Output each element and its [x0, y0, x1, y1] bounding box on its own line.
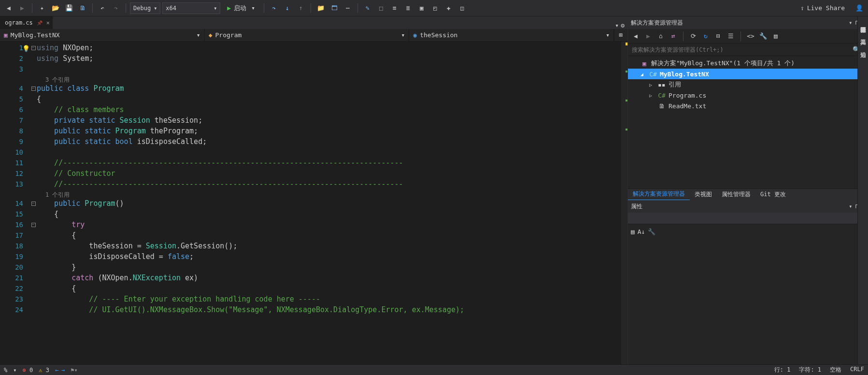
- tab-class-view[interactable]: 类视图: [690, 189, 717, 201]
- sidetab-toolbox[interactable]: 工具箱: [858, 32, 868, 38]
- next-icon[interactable]: →: [61, 367, 65, 374]
- tool-a-icon[interactable]: 📁: [315, 2, 327, 14]
- redo-icon[interactable]: ↷: [110, 2, 122, 14]
- tab-dropdown-icon[interactable]: ▾: [615, 22, 619, 29]
- tab-property-manager[interactable]: 属性管理器: [717, 189, 755, 201]
- tool-c-icon[interactable]: ⋯: [342, 2, 354, 14]
- solution-explorer-header: 解决方案资源管理器 ▾ ⊓ ✕: [628, 16, 868, 29]
- open-icon[interactable]: 📂: [50, 2, 61, 14]
- pin-icon[interactable]: 📌: [37, 20, 43, 26]
- tab-solution-explorer[interactable]: 解决方案资源管理器: [628, 189, 690, 201]
- prev-icon[interactable]: ←: [55, 367, 58, 374]
- start-button[interactable]: ▶启动▾: [222, 2, 260, 14]
- tool-j-icon[interactable]: ✚: [443, 2, 455, 14]
- status-line[interactable]: 行: 1: [774, 366, 791, 374]
- codelens[interactable]: 1 个引用: [37, 189, 621, 198]
- home-icon[interactable]: ⌂: [656, 31, 666, 41]
- fold-icon[interactable]: −: [31, 202, 36, 206]
- sidetab-notifications[interactable]: 通知: [858, 44, 868, 50]
- properties-icon[interactable]: ▤: [771, 31, 781, 41]
- nav-member[interactable]: ◉theSession▾: [409, 29, 614, 41]
- tree-references[interactable]: ▷▪▪引用: [628, 79, 868, 90]
- tree-file-readme[interactable]: 🗎ReadMe.txt: [628, 101, 868, 111]
- fwd-icon[interactable]: ▶: [643, 31, 653, 41]
- sidetab-server-explorer[interactable]: 服务器资源管理器: [858, 19, 868, 25]
- account-icon[interactable]: 👤: [854, 2, 865, 14]
- save-icon[interactable]: 💾: [63, 2, 75, 14]
- code-icon[interactable]: <>: [746, 31, 755, 41]
- tool-i-icon[interactable]: ◰: [429, 2, 441, 14]
- scroll-overview[interactable]: [621, 42, 627, 364]
- prop-wrench-icon[interactable]: 🔧: [648, 228, 655, 235]
- nav-back-icon[interactable]: ◀: [3, 2, 14, 14]
- step-over-icon[interactable]: ↷: [268, 2, 280, 14]
- tool-e-icon[interactable]: ⬚: [375, 2, 387, 14]
- solution-tree[interactable]: ▣解决方案"MyBlog.TestNX"(1 个项目/共 1 个) ◢C#MyB…: [628, 56, 868, 188]
- back-icon[interactable]: ◀: [631, 31, 640, 41]
- tree-project[interactable]: ◢C#MyBlog.TestNX: [628, 69, 868, 79]
- split-icon[interactable]: ⊞: [614, 29, 627, 41]
- nav-project[interactable]: ▣MyBlog.TestNX▾: [0, 29, 205, 41]
- alpha-icon[interactable]: A↓: [638, 228, 645, 235]
- share-icon: ⇪: [800, 4, 804, 12]
- tool-h-icon[interactable]: ▣: [416, 2, 427, 14]
- collapse-icon[interactable]: ⊟: [713, 31, 723, 41]
- step-out-icon[interactable]: ↑: [295, 2, 307, 14]
- field-icon: ◉: [413, 31, 417, 39]
- line-gutter: 1💡 23 45678910111213 1415161718192021222…: [0, 42, 30, 364]
- error-count[interactable]: ⊗ 0: [22, 367, 33, 374]
- sync-icon[interactable]: ⟳: [688, 31, 698, 41]
- codelens[interactable]: 3 个引用: [37, 74, 621, 83]
- tool-d-icon[interactable]: ✎: [362, 2, 373, 14]
- tree-solution[interactable]: ▣解决方案"MyBlog.TestNX"(1 个项目/共 1 个): [628, 58, 868, 69]
- wrench-icon[interactable]: 🔧: [758, 31, 768, 41]
- platform-combo[interactable]: x64▾: [162, 2, 220, 14]
- cs-file-icon: C#: [658, 92, 666, 99]
- step-into-icon[interactable]: ↓: [282, 2, 293, 14]
- dropdown-icon[interactable]: ▾: [849, 19, 852, 26]
- live-share-button[interactable]: ⇪ Live Share: [800, 4, 845, 12]
- right-panels: 解决方案资源管理器 ▾ ⊓ ✕ ◀ ▶ ⌂ ⇄ ⟳ ↻ ⊟ ☰ <> 🔧 ▤ 🔍…: [627, 16, 868, 364]
- categorized-icon[interactable]: ▤: [631, 228, 635, 235]
- close-icon[interactable]: ✕: [46, 19, 50, 26]
- fold-icon[interactable]: −: [31, 46, 36, 50]
- new-file-icon[interactable]: ✦: [36, 2, 48, 14]
- code-editor[interactable]: 1💡 23 45678910111213 1415161718192021222…: [0, 42, 627, 364]
- warning-count[interactable]: ⚠ 3: [39, 367, 49, 374]
- lightbulb-icon[interactable]: 💡: [22, 43, 30, 54]
- search-input[interactable]: [628, 46, 849, 53]
- collapsed-side-tabs: 服务器资源管理器 工具箱 通知: [857, 16, 868, 364]
- nav-class[interactable]: ◆Program▾: [205, 29, 410, 41]
- se-search: 🔍▾: [628, 43, 868, 56]
- nav-bar: ▣MyBlog.TestNX▾ ◆Program▾ ◉theSession▾ ⊞: [0, 29, 627, 42]
- status-spaces[interactable]: 空格: [830, 366, 841, 374]
- config-combo[interactable]: Debug▾: [130, 2, 160, 14]
- tool-f-icon[interactable]: ≡: [389, 2, 400, 14]
- panel-title: 属性: [631, 202, 642, 211]
- tool-b-icon[interactable]: 🗔: [328, 2, 340, 14]
- editor-area: ogram.cs 📌 ✕ ▾ ⚙ ▣MyBlog.TestNX▾ ◆Progra…: [0, 16, 627, 364]
- nav-fwd-icon[interactable]: ▶: [16, 2, 28, 14]
- tab-program-cs[interactable]: ogram.cs 📌 ✕: [0, 16, 53, 29]
- flag-icon[interactable]: ⚑▾: [71, 367, 77, 374]
- save-all-icon[interactable]: 🗎: [77, 2, 88, 14]
- status-col[interactable]: 字符: 1: [799, 366, 821, 374]
- fold-column: − − − −: [30, 42, 37, 364]
- code-content[interactable]: using NXOpen; using System; 3 个引用 public…: [37, 42, 621, 364]
- tab-git-changes[interactable]: Git 更改: [755, 189, 791, 201]
- dropdown-icon[interactable]: ▾: [849, 203, 852, 210]
- undo-icon[interactable]: ↶: [97, 2, 108, 14]
- switch-view-icon[interactable]: ⇄: [669, 31, 678, 41]
- prop-object-combo[interactable]: ▾: [628, 213, 868, 224]
- tab-settings-icon[interactable]: ⚙: [621, 22, 625, 29]
- tool-k-icon[interactable]: ◫: [456, 2, 468, 14]
- play-icon: ▶: [227, 4, 231, 12]
- tool-g-icon[interactable]: ≣: [402, 2, 414, 14]
- status-crlf[interactable]: CRLF: [850, 366, 864, 374]
- tree-file-program[interactable]: ▷C#Program.cs: [628, 90, 868, 101]
- fold-icon[interactable]: −: [31, 223, 36, 227]
- fold-icon[interactable]: −: [31, 87, 36, 91]
- status-dropdown-icon[interactable]: ▾: [13, 367, 16, 374]
- refresh-icon[interactable]: ↻: [701, 31, 711, 41]
- show-all-icon[interactable]: ☰: [726, 31, 736, 41]
